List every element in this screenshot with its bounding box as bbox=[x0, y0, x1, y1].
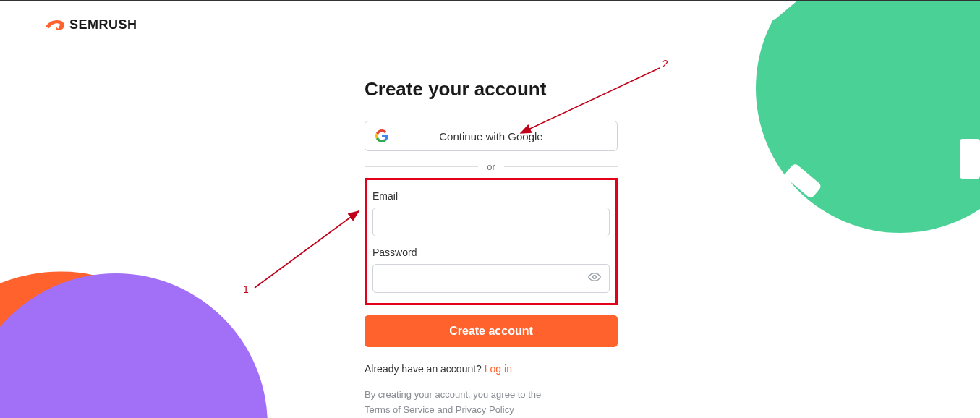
password-field-block: Password bbox=[372, 247, 610, 293]
email-label: Email bbox=[372, 190, 610, 202]
page-title: Create your account bbox=[365, 78, 618, 101]
toggle-password-visibility-icon[interactable] bbox=[588, 270, 601, 286]
continue-with-google-button[interactable]: Continue with Google bbox=[365, 121, 618, 151]
email-input[interactable] bbox=[372, 208, 610, 236]
or-divider: or bbox=[365, 161, 618, 172]
legal-prefix: By creating your account, you agree to t… bbox=[365, 389, 541, 400]
annotation-label-2: 2 bbox=[662, 58, 668, 69]
svg-line-3 bbox=[255, 211, 359, 288]
create-account-button[interactable]: Create account bbox=[365, 315, 618, 347]
google-button-label: Continue with Google bbox=[439, 130, 542, 142]
login-link[interactable]: Log in bbox=[485, 363, 512, 375]
semrush-flame-icon bbox=[45, 18, 65, 33]
password-input[interactable] bbox=[372, 264, 610, 293]
legal-and: and bbox=[435, 404, 456, 415]
svg-point-0 bbox=[57, 26, 59, 28]
email-field-block: Email bbox=[372, 190, 610, 236]
login-prompt: Already have an account? Log in bbox=[365, 363, 618, 375]
annotation-label-1: 1 bbox=[243, 283, 249, 295]
signup-panel: Create your account Continue with Google… bbox=[365, 78, 618, 418]
divider-text: or bbox=[478, 161, 504, 172]
decorative-green-notch bbox=[960, 139, 980, 179]
google-icon bbox=[375, 129, 388, 142]
decorative-purple-circle bbox=[0, 273, 268, 418]
terms-of-service-link[interactable]: Terms of Service bbox=[365, 404, 435, 415]
brand-name: SEMRUSH bbox=[69, 17, 137, 33]
password-label: Password bbox=[372, 247, 610, 258]
privacy-policy-link[interactable]: Privacy Policy bbox=[456, 404, 514, 415]
login-prompt-text: Already have an account? bbox=[365, 363, 485, 375]
credentials-highlight-box: Email Password bbox=[365, 178, 618, 305]
decorative-green-circle bbox=[756, 0, 980, 233]
svg-point-1 bbox=[593, 276, 597, 279]
legal-text: By creating your account, you agree to t… bbox=[365, 388, 618, 418]
brand-logo: SEMRUSH bbox=[45, 17, 137, 33]
